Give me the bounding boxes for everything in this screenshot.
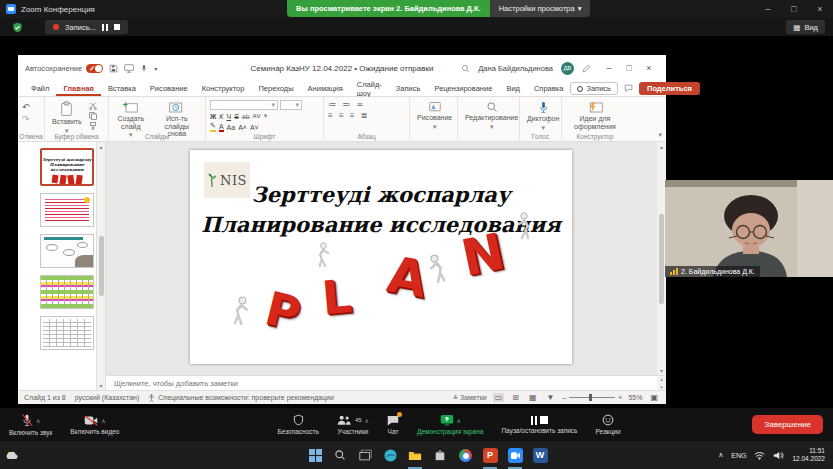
bold-button[interactable]: Ж: [210, 113, 216, 120]
task-view-icon[interactable]: [356, 441, 374, 469]
end-meeting-button[interactable]: Завершение: [752, 415, 823, 434]
present-icon[interactable]: [124, 64, 134, 73]
comment-icon[interactable]: [624, 84, 633, 93]
align-right-button[interactable]: ≡: [350, 111, 357, 120]
format-painter-icon[interactable]: [89, 122, 97, 130]
start-button[interactable]: [306, 441, 324, 469]
tab-view[interactable]: Вид: [499, 81, 527, 96]
scroll-down-icon[interactable]: ▾: [99, 382, 102, 389]
font-family-select[interactable]: ▾: [210, 100, 278, 110]
tab-draw[interactable]: Рисование: [143, 81, 195, 96]
taskbar-search-icon[interactable]: [331, 441, 349, 469]
slideshow-button[interactable]: ▼: [545, 393, 557, 402]
change-case-button[interactable]: Аа: [227, 124, 236, 131]
edge-icon[interactable]: [381, 441, 399, 469]
notes-scrollbar[interactable]: ▴▾: [657, 376, 666, 390]
search-icon[interactable]: [461, 64, 470, 73]
mic-icon[interactable]: [140, 64, 148, 73]
view-settings-button[interactable]: Настройки просмотра▾: [490, 0, 591, 17]
ppt-minimize-button[interactable]: –: [599, 63, 619, 73]
taskbar-clock[interactable]: 11:51 12.04.2022: [792, 447, 825, 463]
scroll-down-icon[interactable]: ▾: [660, 367, 663, 374]
strikethrough-button[interactable]: S: [234, 113, 239, 120]
autosave-toggle[interactable]: ✓: [86, 64, 103, 73]
chrome-icon[interactable]: [456, 441, 474, 469]
accessibility-check[interactable]: Специальные возможности: проверьте реком…: [148, 394, 334, 402]
autosave-control[interactable]: Автосохранение ✓: [25, 64, 103, 73]
tab-slideshow[interactable]: Слайд-шоу: [350, 81, 389, 96]
weather-icon[interactable]: [6, 450, 19, 460]
network-icon[interactable]: [754, 451, 765, 460]
numbering-button[interactable]: ≕: [342, 100, 352, 109]
pause-recording-button[interactable]: [102, 24, 108, 31]
meeting-info-shield-icon[interactable]: [12, 22, 23, 33]
volume-icon[interactable]: [773, 451, 784, 460]
reading-view-button[interactable]: ▦: [527, 393, 539, 402]
pause-stop-recording-button[interactable]: Пауза/остановить запись: [492, 408, 586, 441]
clear-format-button[interactable]: ab: [242, 113, 250, 120]
cut-icon[interactable]: [89, 102, 97, 110]
tab-home[interactable]: Главная: [56, 81, 101, 96]
stop-recording-button[interactable]: [114, 24, 120, 30]
tab-file[interactable]: Файл: [24, 81, 56, 96]
scroll-up-icon[interactable]: ▴: [660, 143, 663, 150]
drawing-button[interactable]: Рисование▾: [414, 100, 455, 131]
underline-button[interactable]: Ч: [226, 113, 231, 120]
zoom-in-button[interactable]: +: [618, 394, 622, 401]
redo-icon[interactable]: ↷: [22, 114, 30, 124]
copy-icon[interactable]: [89, 112, 97, 120]
tab-review[interactable]: Рецензирование: [427, 81, 499, 96]
zoom-out-button[interactable]: –: [562, 394, 566, 401]
font-color-button[interactable]: А: [219, 123, 224, 132]
tab-insert[interactable]: Вставка: [101, 81, 143, 96]
tray-expand-icon[interactable]: ∧: [718, 451, 723, 459]
tab-record[interactable]: Запись: [389, 81, 428, 96]
notes-pane[interactable]: Щелкните, чтобы добавить заметки ▴▾: [106, 375, 666, 390]
zoom-app-taskbar-icon[interactable]: [506, 441, 524, 469]
thumbnail-scrollbar[interactable]: ▴ ▾: [96, 142, 105, 390]
avatar[interactable]: ДБ: [561, 62, 574, 75]
word-icon[interactable]: W: [531, 441, 549, 469]
design-ideas-button[interactable]: Идеи для оформления: [566, 100, 624, 131]
participant-video[interactable]: 2. Байдильдинова Д.К.: [665, 180, 833, 277]
file-explorer-icon[interactable]: [406, 441, 424, 469]
close-button[interactable]: ×: [807, 0, 833, 18]
tab-animations[interactable]: Анимация: [301, 81, 350, 96]
record-presentation-button[interactable]: Запись: [570, 82, 618, 95]
view-button[interactable]: ▦ Вид: [786, 20, 825, 34]
zoom-slider-knob[interactable]: [589, 394, 592, 401]
slide-thumbnail-2[interactable]: 2: [40, 193, 94, 227]
char-spacing-button[interactable]: АV: [253, 113, 261, 119]
zoom-slider[interactable]: [569, 397, 615, 398]
language-indicator[interactable]: русский (Казахстан): [75, 394, 140, 401]
titlebar-chevron-icon[interactable]: ▾: [154, 65, 157, 72]
dictate-button[interactable]: Диктофон▾: [524, 100, 562, 132]
collapse-ribbon-chevron[interactable]: ▾: [654, 131, 666, 141]
tab-help[interactable]: Справка: [527, 81, 570, 96]
slide-1[interactable]: NIS Зерттеуді жоспарлау Планирование исс…: [190, 150, 572, 364]
account-name[interactable]: Дана Байдильдинова: [478, 64, 553, 73]
notes-toggle-button[interactable]: ≜Заметки: [453, 394, 487, 401]
align-left-button[interactable]: ≡: [328, 111, 335, 120]
tab-design[interactable]: Конструктор: [195, 81, 252, 96]
font-size-select[interactable]: ▾: [280, 100, 302, 110]
scrollbar-thumb[interactable]: [99, 236, 104, 296]
normal-view-button[interactable]: ▭: [493, 393, 505, 402]
maximize-button[interactable]: □: [781, 0, 807, 18]
align-center-button[interactable]: ≡: [339, 111, 346, 120]
start-video-button[interactable]: ∧ Включить видео: [61, 408, 128, 441]
tab-transitions[interactable]: Переходы: [251, 81, 300, 96]
slide-thumbnail-1[interactable]: 1 Зерттеуді жоспарлауПланирование исслед…: [40, 148, 94, 186]
slide-sorter-view-button[interactable]: ⊞: [510, 393, 521, 402]
slide-thumbnail-4[interactable]: 4: [40, 275, 94, 309]
editing-button[interactable]: Редактирование▾: [462, 100, 521, 131]
indent-buttons[interactable]: ≖: [356, 100, 365, 109]
unmute-button[interactable]: ∧ Включить звук: [0, 408, 61, 441]
reactions-button[interactable]: Реакции: [587, 408, 630, 441]
share-screen-button[interactable]: ∧ Демонстрация экрана: [408, 408, 492, 441]
bullets-button[interactable]: ≔: [328, 100, 338, 109]
slide-thumbnail-3[interactable]: 3: [40, 234, 94, 268]
share-button[interactable]: Поделиться: [639, 82, 700, 95]
scrollbar-thumb[interactable]: [659, 214, 664, 304]
chat-button[interactable]: Чат: [378, 408, 408, 441]
